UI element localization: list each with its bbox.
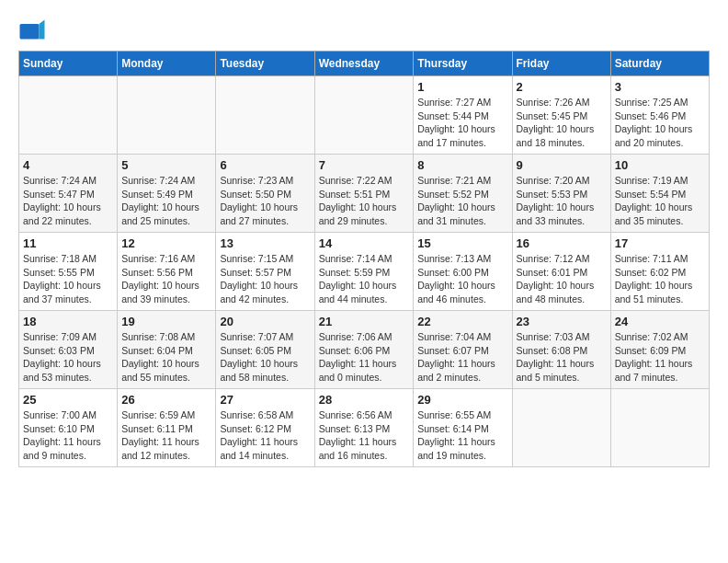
day-number: 3 [615, 80, 705, 94]
page-header [18, 18, 710, 46]
calendar-cell [118, 76, 216, 155]
day-number: 29 [417, 393, 507, 407]
calendar-cell: 9Sunrise: 7:20 AM Sunset: 5:53 PM Daylig… [512, 155, 610, 233]
day-info: Sunrise: 6:59 AM Sunset: 6:11 PM Dayligh… [121, 408, 211, 463]
calendar-cell: 7Sunrise: 7:22 AM Sunset: 5:51 PM Daylig… [314, 155, 414, 233]
day-number: 25 [23, 393, 113, 407]
calendar-cell [610, 389, 709, 467]
calendar-table: SundayMondayTuesdayWednesdayThursdayFrid… [18, 51, 710, 467]
day-info: Sunrise: 7:06 AM Sunset: 6:06 PM Dayligh… [319, 330, 410, 385]
day-number: 2 [517, 80, 607, 94]
calendar-cell: 14Sunrise: 7:14 AM Sunset: 5:59 PM Dayli… [314, 233, 414, 311]
day-info: Sunrise: 7:26 AM Sunset: 5:45 PM Dayligh… [517, 96, 607, 150]
day-number: 4 [23, 158, 113, 172]
day-info: Sunrise: 7:23 AM Sunset: 5:50 PM Dayligh… [220, 174, 310, 228]
calendar-cell: 19Sunrise: 7:08 AM Sunset: 6:04 PM Dayli… [118, 311, 216, 389]
calendar-cell: 2Sunrise: 7:26 AM Sunset: 5:45 PM Daylig… [512, 76, 610, 155]
calendar-cell: 18Sunrise: 7:09 AM Sunset: 6:03 PM Dayli… [19, 311, 118, 389]
calendar-cell: 28Sunrise: 6:56 AM Sunset: 6:13 PM Dayli… [314, 389, 414, 467]
logo-icon [18, 18, 46, 46]
calendar-cell: 29Sunrise: 6:55 AM Sunset: 6:14 PM Dayli… [414, 389, 512, 467]
day-number: 23 [517, 315, 607, 328]
day-number: 24 [615, 315, 705, 328]
day-number: 6 [220, 158, 310, 172]
calendar-cell: 25Sunrise: 7:00 AM Sunset: 6:10 PM Dayli… [19, 389, 118, 467]
day-info: Sunrise: 7:25 AM Sunset: 5:46 PM Dayligh… [615, 96, 705, 150]
day-number: 22 [417, 315, 507, 328]
calendar-cell: 1Sunrise: 7:27 AM Sunset: 5:44 PM Daylig… [414, 76, 512, 155]
calendar-cell: 11Sunrise: 7:18 AM Sunset: 5:55 PM Dayli… [19, 233, 118, 311]
calendar-cell: 12Sunrise: 7:16 AM Sunset: 5:56 PM Dayli… [118, 233, 216, 311]
calendar-cell [314, 76, 414, 155]
day-info: Sunrise: 7:18 AM Sunset: 5:55 PM Dayligh… [23, 252, 113, 306]
day-number: 9 [517, 158, 607, 172]
day-info: Sunrise: 6:56 AM Sunset: 6:13 PM Dayligh… [319, 408, 410, 463]
calendar-cell: 13Sunrise: 7:15 AM Sunset: 5:57 PM Dayli… [216, 233, 314, 311]
calendar-cell: 26Sunrise: 6:59 AM Sunset: 6:11 PM Dayli… [118, 389, 216, 467]
calendar-cell: 6Sunrise: 7:23 AM Sunset: 5:50 PM Daylig… [216, 155, 314, 233]
day-info: Sunrise: 7:16 AM Sunset: 5:56 PM Dayligh… [121, 252, 211, 306]
calendar-cell: 15Sunrise: 7:13 AM Sunset: 6:00 PM Dayli… [414, 233, 512, 311]
day-number: 1 [417, 80, 507, 94]
day-number: 13 [220, 236, 310, 250]
day-number: 12 [121, 236, 211, 250]
day-info: Sunrise: 7:04 AM Sunset: 6:07 PM Dayligh… [417, 330, 507, 385]
weekday-header-row: SundayMondayTuesdayWednesdayThursdayFrid… [19, 52, 710, 76]
day-number: 8 [417, 158, 507, 172]
day-number: 7 [319, 158, 410, 172]
day-info: Sunrise: 7:00 AM Sunset: 6:10 PM Dayligh… [23, 408, 113, 463]
day-number: 20 [220, 315, 310, 328]
calendar-cell: 21Sunrise: 7:06 AM Sunset: 6:06 PM Dayli… [314, 311, 414, 389]
day-number: 15 [417, 236, 507, 250]
svg-rect-0 [20, 24, 40, 40]
day-info: Sunrise: 6:58 AM Sunset: 6:12 PM Dayligh… [220, 408, 310, 463]
weekday-header-friday: Friday [512, 52, 610, 76]
logo [18, 18, 50, 46]
day-info: Sunrise: 7:20 AM Sunset: 5:53 PM Dayligh… [517, 174, 607, 228]
calendar-cell: 17Sunrise: 7:11 AM Sunset: 6:02 PM Dayli… [610, 233, 709, 311]
day-info: Sunrise: 7:02 AM Sunset: 6:09 PM Dayligh… [615, 330, 705, 385]
day-info: Sunrise: 7:15 AM Sunset: 5:57 PM Dayligh… [220, 252, 310, 306]
calendar-cell: 23Sunrise: 7:03 AM Sunset: 6:08 PM Dayli… [512, 311, 610, 389]
weekday-header-monday: Monday [118, 52, 216, 76]
day-info: Sunrise: 7:21 AM Sunset: 5:52 PM Dayligh… [417, 174, 507, 228]
weekday-header-tuesday: Tuesday [216, 52, 314, 76]
calendar-cell: 20Sunrise: 7:07 AM Sunset: 6:05 PM Dayli… [216, 311, 314, 389]
day-info: Sunrise: 7:13 AM Sunset: 6:00 PM Dayligh… [417, 252, 507, 306]
day-number: 26 [121, 393, 211, 407]
day-number: 19 [121, 315, 211, 328]
day-number: 11 [23, 236, 113, 250]
svg-marker-1 [40, 20, 45, 40]
day-number: 16 [517, 236, 607, 250]
day-info: Sunrise: 7:24 AM Sunset: 5:49 PM Dayligh… [121, 174, 211, 228]
calendar-cell: 10Sunrise: 7:19 AM Sunset: 5:54 PM Dayli… [610, 155, 709, 233]
day-info: Sunrise: 7:09 AM Sunset: 6:03 PM Dayligh… [23, 330, 113, 385]
day-info: Sunrise: 7:08 AM Sunset: 6:04 PM Dayligh… [121, 330, 211, 385]
calendar-cell: 8Sunrise: 7:21 AM Sunset: 5:52 PM Daylig… [414, 155, 512, 233]
day-info: Sunrise: 7:19 AM Sunset: 5:54 PM Dayligh… [615, 174, 705, 228]
weekday-header-thursday: Thursday [414, 52, 512, 76]
day-number: 18 [23, 315, 113, 328]
calendar-cell: 4Sunrise: 7:24 AM Sunset: 5:47 PM Daylig… [19, 155, 118, 233]
day-info: Sunrise: 7:12 AM Sunset: 6:01 PM Dayligh… [517, 252, 607, 306]
day-number: 5 [121, 158, 211, 172]
weekday-header-wednesday: Wednesday [314, 52, 414, 76]
day-info: Sunrise: 7:11 AM Sunset: 6:02 PM Dayligh… [615, 252, 705, 306]
day-number: 21 [319, 315, 410, 328]
day-info: Sunrise: 7:14 AM Sunset: 5:59 PM Dayligh… [319, 252, 410, 306]
day-info: Sunrise: 7:22 AM Sunset: 5:51 PM Dayligh… [319, 174, 410, 228]
weekday-header-saturday: Saturday [610, 52, 709, 76]
calendar-cell: 3Sunrise: 7:25 AM Sunset: 5:46 PM Daylig… [610, 76, 709, 155]
day-info: Sunrise: 6:55 AM Sunset: 6:14 PM Dayligh… [417, 408, 507, 463]
day-number: 27 [220, 393, 310, 407]
weekday-header-sunday: Sunday [19, 52, 118, 76]
calendar-week-row: 1Sunrise: 7:27 AM Sunset: 5:44 PM Daylig… [19, 76, 710, 155]
calendar-week-row: 4Sunrise: 7:24 AM Sunset: 5:47 PM Daylig… [19, 155, 710, 233]
calendar-cell: 5Sunrise: 7:24 AM Sunset: 5:49 PM Daylig… [118, 155, 216, 233]
day-number: 28 [319, 393, 410, 407]
calendar-cell: 27Sunrise: 6:58 AM Sunset: 6:12 PM Dayli… [216, 389, 314, 467]
calendar-cell: 16Sunrise: 7:12 AM Sunset: 6:01 PM Dayli… [512, 233, 610, 311]
calendar-cell: 22Sunrise: 7:04 AM Sunset: 6:07 PM Dayli… [414, 311, 512, 389]
calendar-cell: 24Sunrise: 7:02 AM Sunset: 6:09 PM Dayli… [610, 311, 709, 389]
calendar-week-row: 18Sunrise: 7:09 AM Sunset: 6:03 PM Dayli… [19, 311, 710, 389]
